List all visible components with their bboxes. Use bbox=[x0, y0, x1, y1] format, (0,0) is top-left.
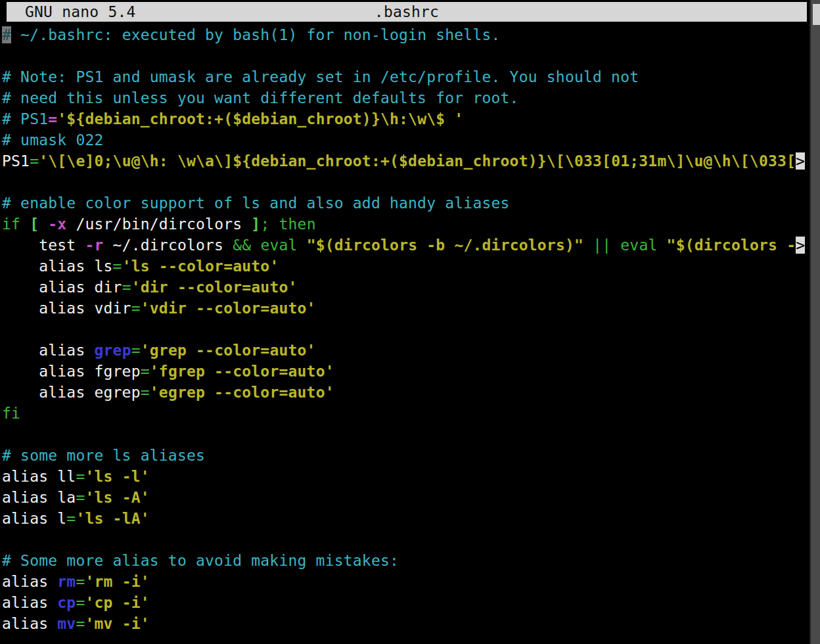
code-token: ~/.bashrc: executed by bash(1) for non-l… bbox=[11, 26, 501, 43]
scrollbar-track[interactable] bbox=[809, 0, 820, 644]
code-line[interactable] bbox=[2, 424, 809, 445]
code-token: = bbox=[141, 384, 150, 401]
code-token: 'grep --color=auto' bbox=[141, 342, 316, 359]
code-line[interactable]: PS1='\[\e]0;\u@\h: \w\a\]${debian_chroot… bbox=[2, 150, 809, 172]
code-token: 'vdir --color=auto' bbox=[141, 300, 316, 317]
code-token bbox=[611, 237, 620, 254]
code-token: = bbox=[76, 615, 85, 632]
code-line[interactable]: # PS1='${debian_chroot:+($debian_chroot)… bbox=[2, 108, 809, 129]
code-token: # some more ls aliases bbox=[2, 447, 205, 464]
code-token: || bbox=[593, 237, 611, 254]
code-line[interactable]: # some more ls aliases bbox=[2, 445, 809, 466]
code-token: ] bbox=[251, 216, 260, 233]
code-token: -x bbox=[48, 216, 66, 233]
code-token: '\[\e]0;\u@\h: \w\a\]${debian_chroot:+($… bbox=[39, 152, 796, 170]
code-line[interactable]: # umask 022 bbox=[2, 129, 809, 150]
code-token: 'dir --color=auto' bbox=[131, 279, 298, 296]
code-line[interactable]: # ~/.bashrc: executed by bash(1) for non… bbox=[2, 24, 809, 45]
code-line[interactable] bbox=[2, 172, 809, 193]
code-line[interactable]: # Note: PS1 and umask are already set in… bbox=[2, 66, 809, 87]
code-line[interactable]: alias fgrep='fgrep --color=auto' bbox=[2, 361, 809, 382]
code-token: # Some more alias to avoid making mistak… bbox=[2, 552, 399, 569]
code-line[interactable]: alias grep='grep --color=auto' bbox=[2, 340, 809, 361]
code-token: eval bbox=[260, 237, 297, 254]
code-line[interactable]: test -r ~/.dircolors && eval "$(dircolor… bbox=[2, 235, 809, 256]
code-token: 'fgrep --color=auto' bbox=[150, 363, 334, 380]
code-token: = bbox=[131, 342, 141, 359]
code-token: alias bbox=[2, 573, 57, 590]
code-token: then bbox=[279, 216, 316, 233]
text-cursor: # bbox=[2, 26, 11, 43]
line-continuation-marker: > bbox=[796, 237, 805, 254]
code-line[interactable] bbox=[2, 529, 809, 550]
code-token: = bbox=[113, 258, 122, 275]
code-token: 'ls -lA' bbox=[76, 510, 149, 527]
code-token: = bbox=[141, 363, 150, 380]
code-token: fi bbox=[2, 405, 20, 422]
scrollbar-thumb[interactable] bbox=[813, 4, 820, 25]
code-token: rm bbox=[57, 573, 76, 590]
app-version-label: GNU nano 5.4 bbox=[7, 3, 136, 20]
code-token: 'ls -A' bbox=[85, 489, 149, 506]
code-line[interactable]: alias ll='ls -l' bbox=[2, 466, 809, 487]
code-token: "$(dircolors -b ~/.dircolors)" bbox=[307, 237, 583, 254]
code-line[interactable]: alias rm='rm -i' bbox=[2, 571, 809, 592]
code-token: alias bbox=[2, 615, 57, 632]
code-token: alias ll bbox=[2, 468, 76, 485]
code-token bbox=[583, 237, 593, 254]
code-line[interactable]: # need this unless you want different de… bbox=[2, 87, 809, 108]
code-token: = bbox=[76, 489, 85, 506]
code-token: = bbox=[30, 152, 39, 170]
code-token: # umask 022 bbox=[2, 131, 104, 149]
editor-text-area[interactable]: # ~/.bashrc: executed by bash(1) for non… bbox=[2, 24, 809, 634]
code-line[interactable]: alias dir='dir --color=auto' bbox=[2, 277, 809, 298]
code-token: alias dir bbox=[2, 279, 122, 296]
code-token: alias bbox=[2, 594, 57, 611]
code-token: alias bbox=[2, 342, 94, 359]
code-token: alias ls bbox=[2, 258, 113, 275]
code-token: # enable color support of ls and also ad… bbox=[2, 195, 510, 212]
code-token: '${debian_chroot:+($debian_chroot)}\h:\w… bbox=[57, 110, 463, 127]
code-line[interactable]: # Some more alias to avoid making mistak… bbox=[2, 550, 809, 571]
code-token: alias la bbox=[2, 489, 76, 506]
code-token bbox=[298, 237, 307, 254]
code-token: 'egrep --color=auto' bbox=[150, 384, 334, 401]
code-token: 'mv -i' bbox=[85, 615, 149, 632]
nano-titlebar: GNU nano 5.4 .bashrc bbox=[7, 2, 807, 22]
code-token: ; bbox=[260, 216, 279, 233]
code-token: = bbox=[66, 510, 76, 527]
code-line[interactable]: fi bbox=[2, 403, 809, 424]
code-token: mv bbox=[57, 615, 76, 632]
code-token: && bbox=[233, 237, 251, 254]
code-token: # need this unless you want different de… bbox=[2, 89, 519, 106]
code-line[interactable] bbox=[2, 319, 809, 340]
code-line[interactable]: if [ -x /usr/bin/dircolors ]; then bbox=[2, 214, 809, 235]
code-token: cp bbox=[57, 594, 76, 611]
code-line[interactable]: alias ls='ls --color=auto' bbox=[2, 256, 809, 277]
code-token: 'rm -i' bbox=[85, 573, 149, 590]
code-token: ~/.dircolors bbox=[104, 237, 233, 254]
code-line[interactable]: alias cp='cp -i' bbox=[2, 592, 809, 613]
code-token: 'ls -l' bbox=[85, 468, 149, 485]
code-token bbox=[39, 216, 48, 233]
code-token: if bbox=[2, 216, 30, 233]
code-line[interactable]: # enable color support of ls and also ad… bbox=[2, 193, 809, 214]
code-token: "$(dircolors - bbox=[667, 237, 796, 254]
code-token: alias egrep bbox=[2, 384, 141, 401]
code-token: alias fgrep bbox=[2, 363, 141, 380]
code-token: -r bbox=[85, 237, 103, 254]
code-token: 'ls --color=auto' bbox=[122, 258, 279, 275]
code-line[interactable]: alias mv='mv -i' bbox=[2, 613, 809, 634]
code-token: eval bbox=[620, 237, 657, 254]
code-line[interactable] bbox=[2, 45, 809, 66]
code-token: = bbox=[76, 594, 85, 611]
code-token: = bbox=[76, 468, 85, 485]
code-line[interactable]: alias l='ls -lA' bbox=[2, 508, 809, 529]
code-line[interactable]: alias egrep='egrep --color=auto' bbox=[2, 382, 809, 403]
code-line[interactable]: alias vdir='vdir --color=auto' bbox=[2, 298, 809, 319]
code-line[interactable]: alias la='ls -A' bbox=[2, 487, 809, 508]
line-continuation-marker: > bbox=[796, 152, 805, 170]
code-token: 'cp -i' bbox=[85, 594, 149, 611]
code-token: [ bbox=[30, 216, 39, 233]
code-token: # PS1 bbox=[2, 110, 48, 127]
